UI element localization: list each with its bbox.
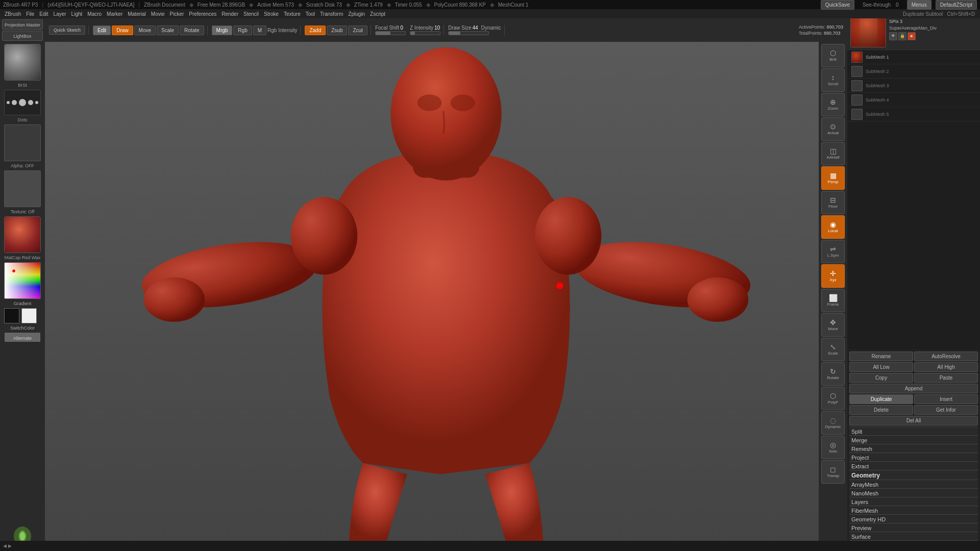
model-container <box>45 42 847 541</box>
paste-button[interactable]: Paste <box>914 373 978 383</box>
menu-file[interactable]: File <box>23 11 37 17</box>
arraymesh-section[interactable]: ArrayMesh <box>849 480 978 488</box>
matcap-preview[interactable] <box>4 216 41 253</box>
menu-zplugin[interactable]: Zplugin <box>346 11 368 17</box>
zcut-button[interactable]: Zcut <box>348 26 367 35</box>
zoom-button[interactable]: ⊕ Zoom <box>821 93 845 116</box>
menu-macro[interactable]: Macro <box>85 11 104 17</box>
del-all-button[interactable]: Del All <box>849 416 978 425</box>
menu-light[interactable]: Light <box>69 11 85 17</box>
geometry-section[interactable]: Geometry <box>849 470 978 480</box>
menus-button[interactable]: Menus <box>907 0 932 10</box>
merge-section[interactable]: Merge <box>849 435 978 444</box>
draw-button[interactable]: Draw <box>112 26 133 35</box>
rotate-button[interactable]: Rotate <box>180 26 204 35</box>
menu-movie[interactable]: Movie <box>149 11 167 17</box>
menu-picker[interactable]: Picker <box>167 11 186 17</box>
duplicate-button[interactable]: Duplicate <box>849 394 913 404</box>
menu-zscript[interactable]: Zscript <box>368 11 388 17</box>
move-button[interactable]: Move <box>134 26 156 35</box>
menu-layer[interactable]: Layer <box>51 11 69 17</box>
brill-button[interactable]: ⬡ Brill <box>821 44 845 67</box>
brush-preview[interactable] <box>4 44 41 81</box>
get-infor-button[interactable]: Get Infor <box>914 405 978 415</box>
scale-view-button[interactable]: ⤡ Scale <box>821 338 845 361</box>
edit-button[interactable]: Edit <box>93 26 111 35</box>
menu-tool[interactable]: Tool <box>303 11 317 17</box>
quicksave-button[interactable]: QuickSave <box>821 0 854 10</box>
projection-master-button[interactable]: Projection Master <box>2 19 43 30</box>
xyz-button[interactable]: ✛ Xyz <box>821 264 845 288</box>
all-low-button[interactable]: All Low <box>849 362 913 372</box>
lightbox-button[interactable]: LightBox <box>2 31 43 41</box>
scroll-button[interactable]: ↕ Scroll <box>821 68 845 92</box>
menu-render[interactable]: Render <box>219 11 241 17</box>
geometry-hd-section[interactable]: Geometry HD <box>849 514 978 523</box>
zadd-button[interactable]: Zadd <box>305 26 326 35</box>
auto-resolve-button[interactable]: AutoResolve <box>914 352 978 361</box>
actual-button[interactable]: ⊙ Actual <box>821 117 845 141</box>
extract-section[interactable]: Extract <box>849 461 978 470</box>
default-zscript-button[interactable]: DefaultZScript <box>936 0 977 10</box>
insert-button[interactable]: Insert <box>914 394 978 404</box>
alpha-preview[interactable] <box>4 124 41 161</box>
zoom-icon: ⊕ <box>830 98 836 106</box>
menu-preferences[interactable]: Preferences <box>186 11 219 17</box>
menu-marker[interactable]: Marker <box>104 11 125 17</box>
lock-icon[interactable]: 🔒 <box>898 32 906 40</box>
menu-texture[interactable]: Texture <box>281 11 303 17</box>
local-button[interactable]: ◉ Local <box>821 215 845 239</box>
alternate-button[interactable]: Alternate <box>5 333 40 342</box>
lsym-button[interactable]: ⇌ L.Sym <box>821 240 845 263</box>
frame-button[interactable]: ⬜ Frame <box>821 289 845 312</box>
split-section[interactable]: Split <box>849 427 978 435</box>
append-button[interactable]: Append <box>849 384 978 393</box>
canvas-area[interactable] <box>45 42 847 541</box>
menu-stencil[interactable]: Stencil <box>241 11 261 17</box>
menu-transform[interactable]: Transform <box>317 11 346 17</box>
menu-edit[interactable]: Edit <box>37 11 51 17</box>
all-high-button[interactable]: All High <box>914 362 978 372</box>
rename-button[interactable]: Rename <box>849 352 913 361</box>
dots-preview[interactable] <box>4 90 41 115</box>
color-icon[interactable]: ■ <box>908 32 916 40</box>
zsub-button[interactable]: Zsub <box>327 26 347 35</box>
nanomesh-section[interactable]: NanoMesh <box>849 488 978 497</box>
delete-button[interactable]: Delete <box>849 405 913 415</box>
move-view-button[interactable]: ✥ Move <box>821 313 845 337</box>
list-item[interactable]: SubMesh 4 <box>847 93 980 107</box>
floor-button[interactable]: ⊟ Floor <box>821 191 845 214</box>
rgb-button[interactable]: Rgb <box>233 26 252 35</box>
transp-button[interactable]: ◻ Transp <box>821 460 845 484</box>
fibermesh-section[interactable]: FiberMesh <box>849 506 978 514</box>
texture-preview[interactable] <box>4 170 41 207</box>
menu-zbrush[interactable]: ZBrush <box>2 11 23 17</box>
white-swatch[interactable] <box>21 308 37 323</box>
quick-sketch-button[interactable]: Quick Sketch <box>49 26 85 35</box>
scale-button[interactable]: Scale <box>157 26 179 35</box>
dynamic-view-label: Dynamic <box>825 424 841 429</box>
remesh-section[interactable]: Remesh <box>849 444 978 453</box>
color-picker[interactable] <box>4 262 41 299</box>
list-item[interactable]: SubMesh 5 <box>847 107 980 121</box>
preview-section[interactable]: Preview <box>849 523 978 532</box>
polyf-button[interactable]: ⬡ PolyF <box>821 387 845 410</box>
list-item[interactable]: SubMesh 2 <box>847 64 980 79</box>
solo-button[interactable]: ◎ Solo <box>821 436 845 459</box>
rotate-view-button[interactable]: ↻ Rotate <box>821 362 845 386</box>
eye-icon[interactable]: 👁 <box>889 32 897 40</box>
m-button[interactable]: M <box>253 26 266 35</box>
persp-button[interactable]: ▦ Persp <box>821 166 845 190</box>
project-section[interactable]: Project <box>849 453 978 461</box>
mrgb-button[interactable]: Mrgb <box>212 26 233 35</box>
dynamic-btn[interactable]: ◌ Dynamic <box>821 411 845 435</box>
list-item[interactable]: SubMesh 1 <box>847 50 980 64</box>
surface-section[interactable]: Surface <box>849 532 978 540</box>
black-swatch[interactable] <box>4 308 19 323</box>
menu-material[interactable]: Material <box>125 11 149 17</box>
menu-stroke[interactable]: Stroke <box>261 11 281 17</box>
list-item[interactable]: SubMesh 3 <box>847 79 980 93</box>
aahalf-button[interactable]: ◫ AAHalf <box>821 142 845 165</box>
layers-section[interactable]: Layers <box>849 497 978 506</box>
copy-button[interactable]: Copy <box>849 373 913 383</box>
